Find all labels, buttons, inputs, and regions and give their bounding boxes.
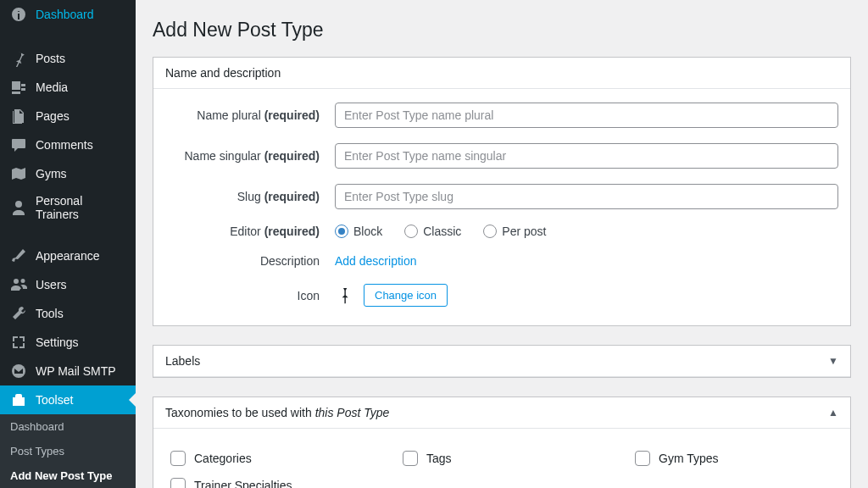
- user-icon: [10, 199, 27, 216]
- slug-label: Slug (required): [165, 190, 335, 203]
- sidebar-item-settings[interactable]: Settings: [0, 328, 136, 357]
- panel-name-description: Name and description Name plural (requir…: [153, 57, 851, 326]
- checkbox-icon: [403, 451, 418, 466]
- toolset-icon: [10, 391, 27, 408]
- checkbox-icon: [170, 478, 186, 488]
- sidebar-item-label: Appearance: [36, 249, 125, 263]
- sidebar-item-personal-trainers[interactable]: Personal Trainers: [0, 188, 136, 227]
- sidebar-item-comments[interactable]: Comments: [0, 130, 136, 159]
- panel-header-labels[interactable]: Labels ▼: [153, 346, 850, 377]
- sidebar-item-label: Personal Trainers: [36, 194, 125, 221]
- name-plural-input[interactable]: [335, 103, 838, 128]
- sidebar-item-label: Users: [36, 278, 125, 291]
- media-icon: [10, 79, 27, 96]
- description-label: Description: [165, 254, 335, 268]
- settings-icon: [10, 334, 27, 351]
- taxonomy-checkbox-gym-types[interactable]: Gym Types: [635, 451, 833, 466]
- brush-icon: [10, 247, 27, 264]
- svg-point-0: [12, 364, 25, 378]
- sidebar-item-users[interactable]: Users: [0, 270, 136, 299]
- sidebar-item-appearance[interactable]: Appearance: [0, 241, 136, 270]
- admin-sidebar: Dashboard Posts Media Pages Comments Gym…: [0, 0, 136, 488]
- radio-icon: [483, 225, 497, 238]
- map-icon: [10, 165, 27, 182]
- sidebar-item-label: Toolset: [36, 393, 125, 407]
- add-description-link[interactable]: Add description: [335, 254, 417, 268]
- panel-title: Labels: [165, 354, 200, 368]
- sidebar-item-label: Gyms: [36, 167, 125, 180]
- name-singular-input[interactable]: [335, 143, 838, 169]
- sidebar-item-gyms[interactable]: Gyms: [0, 159, 136, 188]
- editor-label: Editor (required): [165, 225, 335, 238]
- sidebar-item-tools[interactable]: Tools: [0, 299, 136, 328]
- submenu-item-dashboard[interactable]: Dashboard: [0, 414, 136, 439]
- chevron-down-icon: ▼: [828, 355, 838, 367]
- pin-icon: [10, 50, 27, 67]
- editor-radio-block[interactable]: Block: [335, 225, 382, 238]
- comment-icon: [10, 136, 27, 153]
- sidebar-item-media[interactable]: Media: [0, 73, 136, 102]
- sidebar-item-label: Tools: [36, 307, 125, 320]
- page-title: Add New Post Type: [153, 19, 851, 42]
- submenu-item-add-new-post-type[interactable]: Add New Post Type: [0, 463, 136, 488]
- taxonomy-checkbox-tags[interactable]: Tags: [403, 451, 601, 466]
- panel-title: Taxonomies to be used with this Post Typ…: [165, 406, 389, 419]
- sidebar-item-label: WP Mail SMTP: [36, 364, 125, 378]
- users-icon: [10, 276, 27, 293]
- taxonomy-checkbox-trainer-specialties[interactable]: Trainer Specialties: [170, 478, 369, 488]
- panel-taxonomies: Taxonomies to be used with this Post Typ…: [153, 396, 851, 488]
- icon-label: Icon: [165, 289, 335, 302]
- pin-icon: [335, 286, 352, 306]
- checkbox-icon: [170, 451, 186, 466]
- editor-radio-classic[interactable]: Classic: [404, 225, 461, 238]
- mail-icon: [10, 363, 27, 380]
- dashboard-icon: [10, 6, 27, 23]
- sidebar-item-label: Posts: [36, 52, 125, 65]
- sidebar-item-label: Dashboard: [36, 8, 125, 21]
- sidebar-item-label: Comments: [36, 138, 125, 152]
- sidebar-item-label: Media: [36, 80, 125, 94]
- panel-header-name[interactable]: Name and description: [153, 58, 850, 89]
- change-icon-button[interactable]: Change icon: [364, 284, 448, 307]
- editor-radio-per-post[interactable]: Per post: [483, 225, 546, 238]
- sidebar-item-wp-mail-smtp[interactable]: WP Mail SMTP: [0, 357, 136, 385]
- chevron-up-icon: ▲: [828, 407, 838, 419]
- slug-input[interactable]: [335, 184, 838, 209]
- sidebar-item-posts[interactable]: Posts: [0, 44, 136, 73]
- main-content: Add New Post Type Name and description N…: [136, 0, 868, 488]
- name-singular-label: Name singular (required): [165, 149, 335, 163]
- sidebar-item-label: Settings: [36, 336, 125, 349]
- radio-icon: [335, 225, 348, 238]
- checkbox-icon: [635, 451, 650, 466]
- sidebar-item-pages[interactable]: Pages: [0, 102, 136, 130]
- wrench-icon: [10, 305, 27, 322]
- radio-icon: [404, 225, 418, 238]
- panel-labels: Labels ▼: [153, 345, 851, 378]
- page-icon: [10, 108, 27, 125]
- name-plural-label: Name plural (required): [165, 108, 335, 122]
- panel-header-taxonomies[interactable]: Taxonomies to be used with this Post Typ…: [153, 397, 850, 429]
- submenu-item-post-types[interactable]: Post Types: [0, 439, 136, 463]
- sidebar-item-label: Pages: [36, 109, 125, 123]
- taxonomy-checkbox-categories[interactable]: Categories: [170, 451, 369, 466]
- sidebar-item-dashboard[interactable]: Dashboard: [0, 0, 136, 29]
- panel-title: Name and description: [165, 66, 281, 80]
- sidebar-item-toolset[interactable]: Toolset: [0, 385, 136, 414]
- toolset-submenu: Dashboard Post Types Add New Post Type: [0, 414, 136, 488]
